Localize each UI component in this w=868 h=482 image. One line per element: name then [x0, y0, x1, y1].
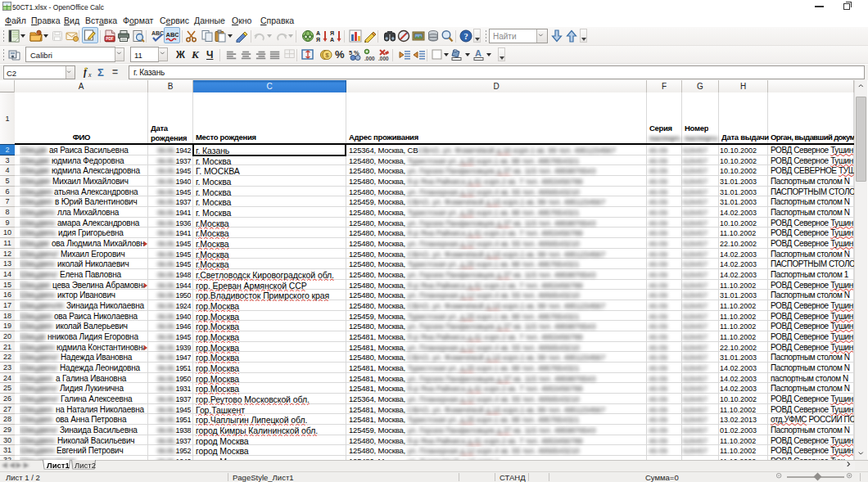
svg-text:ABC: ABC: [166, 31, 179, 38]
svg-text:$: $: [325, 52, 329, 59]
svg-text:x: x: [88, 71, 92, 79]
svg-text:А: А: [330, 37, 334, 43]
svg-text:А: А: [475, 48, 481, 58]
svg-text:.000: .000: [364, 56, 375, 61]
svg-text:.000: .000: [378, 56, 389, 61]
svg-text:А: А: [316, 30, 320, 36]
svg-text:f: f: [84, 66, 88, 78]
svg-text:Я: Я: [316, 37, 320, 43]
svg-text:?: ?: [463, 32, 468, 41]
svg-text:Я: Я: [330, 30, 334, 36]
svg-text:PDF: PDF: [106, 37, 114, 41]
